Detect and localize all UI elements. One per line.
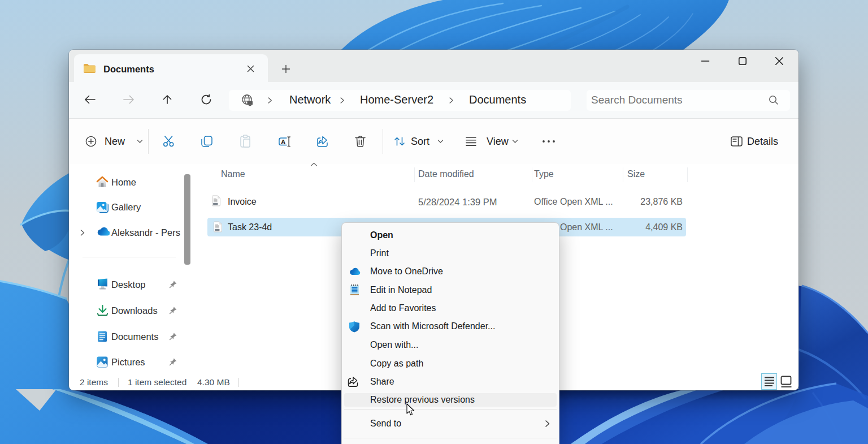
svg-text:A: A <box>281 139 285 145</box>
